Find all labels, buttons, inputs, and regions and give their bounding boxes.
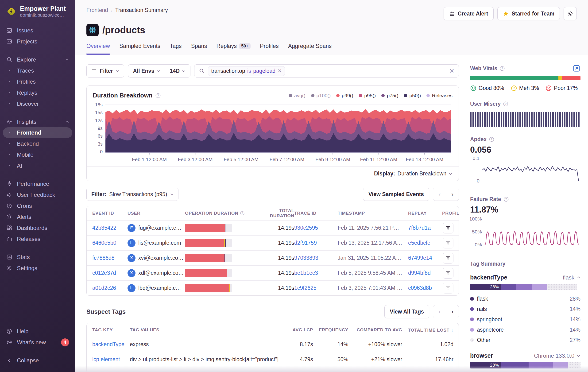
trace-id-link[interactable]: 97033893 (294, 255, 318, 261)
help-circle-icon[interactable]: ? (155, 93, 161, 98)
trace-id-link[interactable]: 930c2595 (294, 225, 318, 231)
help-circle-icon[interactable]: ? (503, 101, 508, 107)
duration-breakdown-chart[interactable]: 03s6s9s12s15s18sFeb 1 12:00 AMFeb 3 12:0… (87, 101, 459, 166)
tab-spans[interactable]: Spans (191, 43, 207, 55)
search-token-transaction-op[interactable]: transaction.op is pageload ✕ (208, 66, 285, 76)
prev-page-button[interactable]: ‹ (433, 305, 446, 318)
sidebar-item-alerts[interactable]: Alerts (0, 211, 75, 223)
list-item[interactable]: aspnetcore14% (470, 325, 580, 335)
sidebar-item-settings[interactable]: Settings (0, 263, 75, 274)
tag-selected-value[interactable]: Chrome 133.0.0 (534, 352, 580, 359)
help-circle-icon[interactable]: ? (240, 211, 245, 216)
replay-id-link[interactable]: e5edbcfe (408, 240, 430, 246)
sidebar-item-discover[interactable]: Discover (0, 98, 75, 109)
legend-item-p95[interactable]: p95() (359, 93, 376, 98)
sidebar-item-releases[interactable]: Releases (0, 234, 75, 244)
sidebar-item-performance[interactable]: Performance (0, 178, 75, 189)
tab-profiles[interactable]: Profiles (260, 43, 279, 55)
list-item[interactable]: rails14% (470, 304, 580, 314)
trace-id-link[interactable]: 1c9f2625 (294, 285, 316, 291)
sidebar-item-backend[interactable]: Backend (0, 138, 75, 149)
tag-distribution-bar[interactable]: 28% (470, 362, 580, 369)
date-range-selector[interactable]: 14D (165, 64, 190, 77)
view-all-tags-button[interactable]: View All Tags (384, 305, 429, 318)
breadcrumb-frontend[interactable]: Frontend (86, 7, 108, 13)
column-header[interactable]: TOTAL TIME LOST ↓ (402, 327, 453, 333)
event-id-link[interactable]: 42b35422 (92, 225, 116, 231)
event-id-link[interactable]: a01d2c26 (92, 285, 116, 291)
legend-item-p99[interactable]: p99() (336, 93, 353, 98)
sidebar-item-issues[interactable]: Issues (0, 25, 75, 36)
help-circle-icon[interactable]: ? (499, 66, 505, 71)
search-input[interactable]: transaction.op is pageload ✕ ✕ (194, 64, 459, 77)
trace-id-link[interactable]: be1b1ec3 (294, 270, 318, 276)
profile-button[interactable] (443, 223, 453, 234)
trace-id-link[interactable]: d2f91759 (294, 240, 317, 246)
avatar: X (127, 269, 136, 277)
event-id-link[interactable]: c012e37d (92, 270, 116, 276)
tab-replays[interactable]: Replays50+ (217, 43, 251, 55)
view-sampled-events-button[interactable]: View Sampled Events (363, 188, 429, 201)
event-id-link[interactable]: 6460e5b0 (92, 240, 116, 246)
tag-key-link[interactable]: lcp.element (92, 356, 120, 362)
tab-overview[interactable]: Overview (86, 43, 110, 55)
help-circle-icon[interactable]: ? (489, 137, 494, 142)
tag-selected-value[interactable]: flask (563, 274, 580, 281)
sidebar-item-profiles[interactable]: Profiles (0, 76, 75, 87)
legend-item-p100[interactable]: p100() (311, 93, 331, 98)
sidebar-item-help[interactable]: Help (0, 326, 75, 337)
sidebar-item-stats[interactable]: Stats (0, 252, 75, 263)
org-switcher[interactable]: Empower Plant dominik.buszowiec… (0, 5, 75, 18)
profile-button[interactable] (443, 238, 453, 248)
list-item[interactable]: Other27% (470, 335, 580, 345)
sidebar-item-traces[interactable]: Traces (0, 65, 75, 76)
profile-button[interactable] (443, 268, 453, 278)
sidebar-item-insights[interactable]: Insights (0, 116, 75, 127)
prev-page-button[interactable]: ‹ (433, 188, 446, 201)
replay-id-link[interactable]: 7f8b7d1a (408, 225, 431, 231)
profile-button[interactable] (443, 283, 453, 294)
next-page-button[interactable]: › (446, 305, 459, 318)
list-item[interactable]: springboot14% (470, 314, 580, 325)
sort-desc-icon[interactable]: ↓ (451, 327, 453, 332)
sidebar-item-ai[interactable]: AI (0, 160, 75, 171)
tab-aggregate-spans[interactable]: Aggregate Spans (288, 43, 332, 55)
next-page-button[interactable]: › (446, 188, 459, 201)
transactions-filter-button[interactable]: Filter: Slow Transactions (p95) (86, 188, 178, 201)
help-circle-icon[interactable]: ? (504, 197, 509, 202)
tab-tags[interactable]: Tags (170, 43, 182, 55)
vitals-segment-poor (562, 76, 580, 80)
settings-gear-button[interactable] (564, 7, 577, 20)
filter-button[interactable]: Filter (86, 64, 124, 77)
open-in-new-icon[interactable] (573, 64, 580, 74)
replay-id-link[interactable]: d994bf8d (408, 270, 431, 276)
sidebar-item-user-feedback[interactable]: User Feedback (0, 189, 75, 200)
environment-selector[interactable]: All Envs (128, 64, 165, 77)
token-remove-icon[interactable]: ✕ (278, 68, 282, 74)
legend-item-avg[interactable]: avg() (289, 93, 305, 98)
legend-item-p75[interactable]: p75() (381, 93, 398, 98)
replay-id-link[interactable]: 67499e14 (408, 255, 432, 261)
event-id-link[interactable]: fc7886d8 (92, 255, 115, 261)
sidebar-item-dashboards[interactable]: Dashboards (0, 223, 75, 234)
sidebar-item-explore[interactable]: Explore (0, 54, 75, 65)
sidebar-item-frontend[interactable]: Frontend (3, 127, 72, 138)
sidebar-item-mobile[interactable]: Mobile (0, 149, 75, 160)
legend-item-p50[interactable]: p50() (404, 93, 421, 98)
create-alert-button[interactable]: Create Alert (444, 7, 494, 20)
search-clear-icon[interactable]: ✕ (449, 67, 454, 75)
sidebar-item-collapse[interactable]: Collapse (0, 355, 75, 366)
sidebar-item-what-s-new[interactable]: What's new4 (0, 337, 75, 348)
sidebar-item-projects[interactable]: Projects (0, 36, 75, 47)
tab-sampled-events[interactable]: Sampled Events (119, 43, 160, 55)
tag-distribution-bar[interactable]: 28% (470, 284, 580, 290)
display-selector[interactable]: Duration Breakdown (398, 170, 452, 177)
tag-key-link[interactable]: backendType (92, 341, 125, 347)
legend-item-Releases[interactable]: Releases (426, 93, 452, 98)
sidebar-item-crons[interactable]: Crons (0, 200, 75, 211)
profile-button[interactable] (443, 253, 453, 264)
sidebar-item-replays[interactable]: Replays (0, 87, 75, 98)
list-item[interactable]: flask28% (470, 294, 580, 304)
replay-id-link[interactable]: c0963d8b (408, 285, 432, 291)
starred-for-team-button[interactable]: Starred for Team (497, 7, 560, 20)
